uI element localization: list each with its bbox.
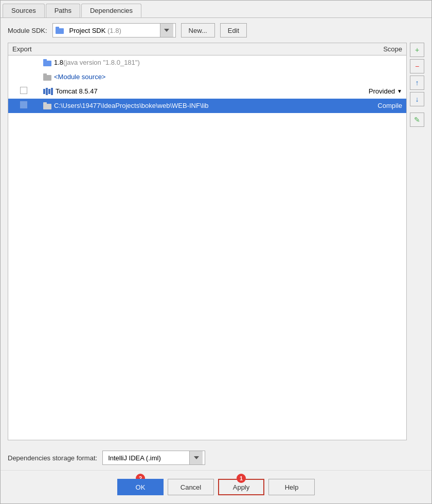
remove-button[interactable]: − — [410, 59, 424, 73]
name-cell: 1.8 (java version "1.8.0_181") — [39, 55, 355, 70]
export-cell — [8, 55, 39, 70]
folder-gray-icon — [43, 73, 51, 81]
table-row[interactable]: <Module source> — [8, 70, 406, 84]
sdk-dropdown[interactable]: Project SDK (1.8) — [52, 23, 176, 38]
scope-arrow-icon: ▼ — [397, 88, 402, 94]
move-up-button[interactable]: ↑ — [410, 76, 424, 90]
export-cell[interactable] — [8, 84, 39, 99]
scope-cell: Provided ▼ — [355, 84, 406, 99]
scope-cell: Compile — [355, 99, 406, 113]
storage-format-label: Dependencies storage format: — [8, 454, 97, 462]
module-sdk-row: Module SDK: Project SDK (1.8) New... Edi… — [1, 18, 431, 43]
col-export: Export — [8, 43, 39, 55]
main-content: Export Scope — [1, 43, 431, 445]
dep-table-container: Export Scope — [8, 43, 407, 440]
storage-format-row: Dependencies storage format: IntelliJ ID… — [1, 445, 431, 470]
tab-sources[interactable]: Sources — [3, 4, 45, 17]
folder-gray-icon-selected — [43, 102, 51, 109]
table-row[interactable]: Tomcat 8.5.47 Provided ▼ — [8, 84, 406, 99]
bottom-buttons: 2 OK Cancel 1 Apply Help — [1, 470, 431, 503]
export-checkbox[interactable] — [20, 87, 27, 94]
apply-badge-container: 1 Apply — [218, 479, 264, 495]
svg-rect-2 — [43, 61, 51, 66]
apply-badge: 1 — [237, 474, 246, 483]
edit-button[interactable]: Edit — [220, 23, 247, 38]
col-scope: Scope — [355, 43, 406, 55]
storage-dropdown-text: IntelliJ IDEA (.iml) — [105, 454, 189, 462]
storage-dropdown[interactable]: IntelliJ IDEA (.iml) — [102, 451, 205, 465]
move-down-button[interactable]: ↓ — [410, 92, 424, 106]
cancel-button[interactable]: Cancel — [168, 479, 214, 495]
tabs-bar: Sources Paths Dependencies — [1, 1, 431, 18]
col-name — [39, 43, 355, 55]
svg-rect-3 — [43, 59, 47, 61]
dep-row-container: Export Scope — [8, 43, 424, 440]
name-cell: Tomcat 8.5.47 — [39, 84, 355, 99]
ok-button[interactable]: OK — [117, 479, 164, 495]
ok-badge-container: 2 OK — [117, 479, 164, 495]
sdk-dropdown-text: Project SDK (1.8) — [66, 27, 160, 34]
add-button[interactable]: + — [410, 43, 424, 57]
help-button[interactable]: Help — [268, 479, 315, 495]
new-button[interactable]: New... — [181, 23, 215, 38]
svg-rect-7 — [43, 102, 47, 104]
sdk-dropdown-arrow[interactable] — [160, 24, 173, 37]
tab-dependencies[interactable]: Dependencies — [81, 4, 141, 17]
module-sdk-label: Module SDK: — [8, 27, 47, 34]
name-cell: C:\Users\19477\IdeaProjects\boke\web\WEB… — [39, 99, 355, 113]
module-source-link[interactable]: <Module source> — [54, 73, 105, 81]
storage-dropdown-arrow[interactable] — [189, 451, 203, 464]
scope-cell — [355, 55, 406, 70]
svg-rect-5 — [43, 73, 47, 76]
edit-dep-button[interactable]: ✎ — [410, 113, 424, 127]
export-checkbox[interactable] — [20, 101, 27, 108]
dep-table: Export Scope — [8, 43, 406, 113]
export-cell — [8, 70, 39, 84]
scope-dropdown[interactable]: Provided ▼ — [369, 87, 402, 95]
tab-paths[interactable]: Paths — [46, 4, 80, 17]
dialog: Sources Paths Dependencies Module SDK: P… — [0, 0, 432, 504]
sdk-folder-icon — [55, 26, 64, 35]
side-actions: + − ↑ ↓ ✎ — [407, 43, 424, 440]
export-cell[interactable] — [8, 99, 39, 113]
name-cell: <Module source> — [39, 70, 355, 84]
svg-rect-1 — [56, 27, 59, 29]
folder-blue-icon — [43, 59, 51, 66]
tomcat-icon — [43, 88, 53, 95]
svg-rect-6 — [43, 104, 51, 109]
svg-rect-4 — [43, 75, 51, 81]
svg-rect-0 — [56, 28, 64, 34]
table-row[interactable]: C:\Users\19477\IdeaProjects\boke\web\WEB… — [8, 99, 406, 113]
dep-table-wrapper: Export Scope — [8, 43, 406, 440]
scope-cell — [355, 70, 406, 84]
table-row[interactable]: 1.8 (java version "1.8.0_181") — [8, 55, 406, 70]
